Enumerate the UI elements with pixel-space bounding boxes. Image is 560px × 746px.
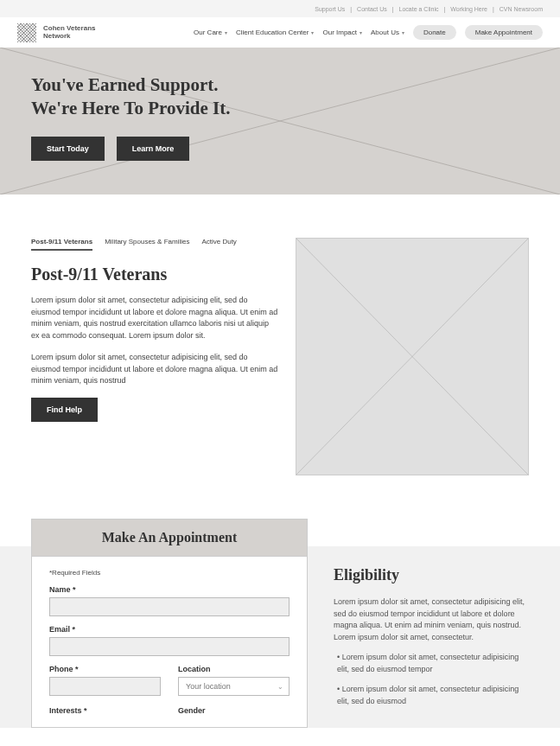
location-label: Location (178, 665, 290, 673)
chevron-down-icon: ▾ (225, 29, 227, 35)
svg-line-0 (0, 48, 560, 194)
image-placeholder-icon (0, 48, 560, 194)
nav-label: Client Education Center (236, 29, 309, 36)
tab-post911-veterans[interactable]: Post-9/11 Veterans (31, 238, 92, 251)
util-link-locate-clinic[interactable]: Locate a Clinic (399, 6, 439, 12)
util-link-newsroom[interactable]: CVN Newsroom (500, 6, 543, 12)
find-help-button[interactable]: Find Help (31, 398, 98, 422)
learn-more-button[interactable]: Learn More (117, 137, 190, 161)
tab-active-duty[interactable]: Active Duty (201, 238, 236, 251)
gender-label: Gender (178, 706, 290, 715)
phone-label: Phone * (49, 665, 161, 673)
svg-line-1 (0, 48, 560, 194)
util-link-support-us[interactable]: Support Us (315, 6, 345, 12)
nav-label: Our Impact (322, 29, 357, 36)
lower-section: Make An Appointment *Required Fields Nam… (0, 519, 560, 728)
appointment-title: Make An Appointment (32, 520, 307, 557)
logo-mark-icon (17, 23, 36, 42)
email-label: Email * (49, 625, 290, 634)
eligibility-bullet-2: • Lorem ipsum dolor sit amet, consectetu… (337, 684, 529, 707)
nav-label: About Us (371, 29, 399, 36)
phone-input[interactable] (49, 677, 161, 696)
eligibility-p1: Lorem ipsum dolor sit amet, consectetur … (334, 596, 529, 643)
make-appointment-button[interactable]: Make Appointment (465, 25, 543, 40)
svg-line-3 (296, 239, 528, 475)
location-select[interactable]: Your location ⌄ (178, 677, 290, 696)
nav-label: Our Care (194, 29, 222, 36)
logo-text: Cohen Veterans Network (43, 25, 95, 40)
eligibility-bullet-1: • Lorem ipsum dolor sit amet, consectetu… (337, 652, 529, 675)
eligibility-heading: Eligibility (334, 566, 529, 584)
tabs-content: Post-9/11 Veterans Military Spouses & Fa… (31, 238, 278, 475)
donate-button[interactable]: Donate (413, 25, 456, 40)
nav-our-impact[interactable]: Our Impact ▾ (322, 29, 362, 36)
main-header: Cohen Veterans Network Our Care ▾ Client… (0, 17, 560, 48)
image-placeholder (296, 238, 529, 475)
chevron-down-icon: ▾ (311, 29, 314, 35)
email-input[interactable] (49, 637, 290, 656)
hero: You've Earned Support. We're Here To Pro… (0, 48, 560, 194)
tab-row: Post-9/11 Veterans Military Spouses & Fa… (31, 238, 278, 251)
tabs-p2: Lorem ipsum dolor sit amet, consectetur … (31, 352, 278, 387)
primary-nav: Our Care ▾ Client Education Center ▾ Our… (194, 25, 543, 40)
chevron-down-icon: ▾ (360, 29, 362, 35)
interests-label: Interests * (49, 706, 161, 715)
required-fields-note: *Required Fields (49, 569, 290, 577)
tabs-image (296, 238, 529, 475)
nav-our-care[interactable]: Our Care ▾ (194, 29, 227, 36)
utility-bar: Support Us| Contact Us| Locate a Clinic|… (0, 0, 560, 17)
chevron-down-icon: ⌄ (277, 683, 283, 691)
image-placeholder-icon (296, 239, 528, 475)
location-placeholder: Your location (186, 682, 231, 691)
hero-title: You've Earned Support. We're Here To Pro… (31, 73, 529, 121)
name-label: Name * (49, 585, 290, 594)
hero-title-line2: We're Here To Provide It. (31, 97, 529, 120)
appointment-card: Make An Appointment *Required Fields Nam… (31, 519, 308, 728)
util-link-contact-us[interactable]: Contact Us (357, 6, 387, 12)
tab-military-spouses[interactable]: Military Spouses & Families (105, 238, 189, 251)
nav-client-education[interactable]: Client Education Center ▾ (236, 29, 315, 36)
eligibility-section: Eligibility Lorem ipsum dolor sit amet, … (334, 519, 529, 728)
tabs-section: Post-9/11 Veterans Military Spouses & Fa… (0, 194, 560, 475)
svg-line-2 (296, 239, 528, 475)
chevron-down-icon: ▾ (402, 29, 404, 35)
name-input[interactable] (49, 597, 290, 616)
tabs-p1: Lorem ipsum dolor sit amet, consectetur … (31, 295, 278, 341)
start-today-button[interactable]: Start Today (31, 137, 105, 161)
hero-title-line1: You've Earned Support. (31, 73, 529, 97)
tabs-heading: Post-9/11 Veterans (31, 265, 278, 284)
util-link-working-here[interactable]: Working Here (450, 6, 487, 12)
logo-line2: Network (43, 33, 95, 40)
nav-about-us[interactable]: About Us ▾ (371, 29, 404, 36)
